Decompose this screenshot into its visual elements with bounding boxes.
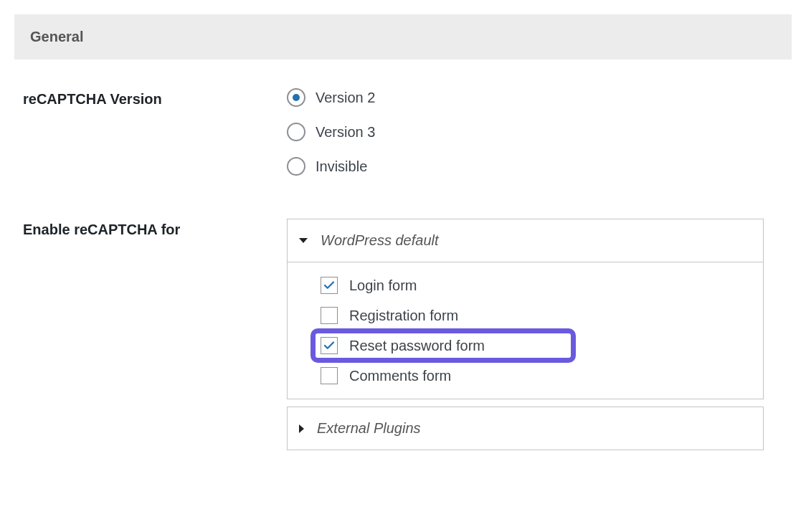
caret-right-icon bbox=[299, 424, 304, 433]
radio-label: Version 2 bbox=[316, 90, 375, 106]
panel-title: External Plugins bbox=[317, 420, 421, 437]
recaptcha-version-row: reCAPTCHA Version Version 2Version 3Invi… bbox=[14, 88, 792, 176]
radio-icon bbox=[287, 157, 305, 176]
checkbox-reset-password-form[interactable]: Reset password form bbox=[321, 337, 741, 354]
checkbox-comments-form[interactable]: Comments form bbox=[321, 367, 741, 384]
recaptcha-version-label: reCAPTCHA Version bbox=[14, 88, 287, 108]
checkbox-icon bbox=[321, 277, 338, 294]
version-radio-group: Version 2Version 3Invisible bbox=[287, 88, 792, 176]
radio-icon bbox=[287, 88, 305, 107]
panel-wordpress-default: WordPress defaultLogin formRegistration … bbox=[287, 219, 764, 399]
enable-panel-group: WordPress defaultLogin formRegistration … bbox=[287, 219, 764, 450]
panel-header[interactable]: WordPress default bbox=[288, 219, 763, 262]
checkbox-label: Reset password form bbox=[349, 338, 485, 354]
panel-external-plugins: External Plugins bbox=[287, 407, 764, 450]
checkbox-label: Login form bbox=[349, 277, 417, 294]
checkbox-label: Comments form bbox=[349, 368, 451, 384]
checkbox-label: Registration form bbox=[349, 308, 458, 324]
enable-recaptcha-label: Enable reCAPTCHA for bbox=[14, 219, 287, 238]
radio-label: Invisible bbox=[316, 158, 367, 175]
radio-option-version-3[interactable]: Version 3 bbox=[287, 123, 792, 141]
checkbox-icon bbox=[321, 367, 338, 384]
section-title: General bbox=[14, 14, 792, 60]
checkbox-registration-form[interactable]: Registration form bbox=[321, 307, 741, 324]
enable-recaptcha-row: Enable reCAPTCHA for WordPress defaultLo… bbox=[14, 219, 792, 457]
radio-option-invisible[interactable]: Invisible bbox=[287, 157, 792, 176]
panel-title: WordPress default bbox=[321, 232, 439, 249]
radio-option-version-2[interactable]: Version 2 bbox=[287, 88, 792, 107]
checkbox-icon bbox=[321, 337, 338, 354]
checkbox-login-form[interactable]: Login form bbox=[321, 277, 741, 294]
checkbox-icon bbox=[321, 307, 338, 324]
panel-body: Login formRegistration formReset passwor… bbox=[288, 262, 763, 399]
radio-icon bbox=[287, 123, 305, 141]
panel-header[interactable]: External Plugins bbox=[288, 407, 763, 450]
radio-label: Version 3 bbox=[316, 124, 375, 141]
caret-down-icon bbox=[299, 238, 308, 243]
